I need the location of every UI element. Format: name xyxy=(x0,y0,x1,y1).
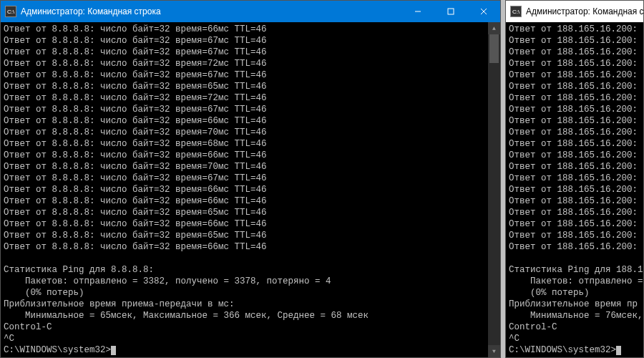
minimize-icon xyxy=(414,8,421,15)
ping-reply-line: Ответ от 8.8.8.8: число байт=32 время=70… xyxy=(4,161,485,173)
blank-line xyxy=(509,253,640,264)
ping-reply-line: Ответ от 188.165.16.200: xyxy=(509,81,640,92)
ping-reply-line: Ответ от 188.165.16.200: xyxy=(509,104,640,115)
stats-header: Статистика Ping для 8.8.8.8: xyxy=(4,264,485,276)
ping-reply-line: Ответ от 188.165.16.200: xyxy=(509,173,640,184)
prompt[interactable]: C:\WINDOWS\system32> xyxy=(4,344,485,356)
ping-reply-line: Ответ от 188.165.16.200: xyxy=(509,35,640,47)
ping-reply-line: Ответ от 8.8.8.8: число байт=32 время=65… xyxy=(4,230,485,241)
blank-line xyxy=(4,253,485,264)
cmd-window-left: C:\ Администратор: Командная строка Отве… xyxy=(0,0,501,358)
stats-rtt: Минимальное = 76мсек, xyxy=(509,310,640,321)
ping-reply-line: Ответ от 8.8.8.8: число байт=32 время=66… xyxy=(4,24,485,35)
stats-rtt-header: Приблизительное время приема-передачи в … xyxy=(4,299,485,310)
ping-reply-line: Ответ от 8.8.8.8: число байт=32 время=66… xyxy=(4,218,485,230)
scrollbar[interactable]: ▲ ▼ xyxy=(488,22,500,357)
ping-reply-line: Ответ от 188.165.16.200: xyxy=(509,127,640,138)
ping-reply-line: Ответ от 8.8.8.8: число байт=32 время=66… xyxy=(4,184,485,195)
ping-reply-line: Ответ от 8.8.8.8: число байт=32 время=67… xyxy=(4,47,485,58)
ping-reply-line: Ответ от 188.165.16.200: xyxy=(509,58,640,69)
caret-c: ^C xyxy=(509,333,640,344)
stats-packets: Пакетов: отправлено = 3382, получено = 3… xyxy=(4,276,485,287)
cmd-icon: C:\ xyxy=(5,6,16,17)
svg-rect-1 xyxy=(448,9,454,14)
terminal-area-right: Ответ от 188.165.16.200:Ответ от 188.165… xyxy=(506,22,643,357)
close-icon xyxy=(480,8,487,15)
minimize-button[interactable] xyxy=(401,1,434,22)
prompt[interactable]: C:\WINDOWS\system32> xyxy=(509,344,640,356)
terminal-area-left: Ответ от 8.8.8.8: число байт=32 время=66… xyxy=(1,22,500,357)
stats-packets: Пакетов: отправлено = xyxy=(509,276,640,287)
maximize-button[interactable] xyxy=(434,1,467,22)
control-c: Control-C xyxy=(509,321,640,333)
cmd-window-right: C:\ Администратор: Командная ст Ответ от… xyxy=(505,0,644,358)
ping-reply-line: Ответ от 188.165.16.200: xyxy=(509,115,640,127)
caret-c: ^C xyxy=(4,333,485,344)
ping-reply-line: Ответ от 8.8.8.8: число байт=32 время=66… xyxy=(4,115,485,127)
cursor xyxy=(616,346,621,355)
ping-reply-line: Ответ от 188.165.16.200: xyxy=(509,150,640,161)
ping-reply-line: Ответ от 8.8.8.8: число байт=32 время=70… xyxy=(4,127,485,138)
scroll-thumb[interactable] xyxy=(489,34,499,63)
ping-reply-line: Ответ от 188.165.16.200: xyxy=(509,92,640,104)
ping-reply-line: Ответ от 188.165.16.200: xyxy=(509,230,640,241)
ping-reply-line: Ответ от 8.8.8.8: число байт=32 время=65… xyxy=(4,81,485,92)
stats-rtt-header: Приблизительное время пр xyxy=(509,299,640,310)
titlebar-left[interactable]: C:\ Администратор: Командная строка xyxy=(1,1,500,22)
ping-reply-line: Ответ от 8.8.8.8: число байт=32 время=66… xyxy=(4,241,485,253)
maximize-icon xyxy=(447,8,454,15)
ping-reply-line: Ответ от 8.8.8.8: число байт=32 время=67… xyxy=(4,173,485,184)
ping-reply-line: Ответ от 8.8.8.8: число байт=32 время=68… xyxy=(4,138,485,150)
scroll-down-button[interactable]: ▼ xyxy=(488,345,500,357)
ping-reply-line: Ответ от 8.8.8.8: число байт=32 время=65… xyxy=(4,207,485,218)
close-button[interactable] xyxy=(467,1,500,22)
control-c: Control-C xyxy=(4,321,485,333)
stats-header: Статистика Ping для 188.1 xyxy=(509,264,640,276)
window-title: Администратор: Командная ст xyxy=(526,6,643,16)
ping-reply-line: Ответ от 188.165.16.200: xyxy=(509,207,640,218)
ping-reply-line: Ответ от 8.8.8.8: число байт=32 время=67… xyxy=(4,69,485,81)
ping-reply-line: Ответ от 188.165.16.200: xyxy=(509,241,640,253)
window-controls xyxy=(401,1,500,22)
ping-reply-line: Ответ от 188.165.16.200: xyxy=(509,138,640,150)
cmd-icon: C:\ xyxy=(510,6,522,17)
ping-reply-line: Ответ от 188.165.16.200: xyxy=(509,195,640,207)
titlebar-right[interactable]: C:\ Администратор: Командная ст xyxy=(506,1,643,22)
stats-rtt: Минимальное = 65мсек, Максимальное = 366… xyxy=(4,310,485,321)
ping-reply-line: Ответ от 8.8.8.8: число байт=32 время=72… xyxy=(4,58,485,69)
ping-reply-line: Ответ от 8.8.8.8: число байт=32 время=72… xyxy=(4,92,485,104)
scroll-up-button[interactable]: ▲ xyxy=(488,22,500,34)
ping-reply-line: Ответ от 188.165.16.200: xyxy=(509,47,640,58)
ping-reply-line: Ответ от 188.165.16.200: xyxy=(509,69,640,81)
cursor xyxy=(111,346,116,355)
terminal-output[interactable]: Ответ от 188.165.16.200:Ответ от 188.165… xyxy=(506,22,643,357)
terminal-output[interactable]: Ответ от 8.8.8.8: число байт=32 время=66… xyxy=(1,22,488,357)
ping-reply-line: Ответ от 8.8.8.8: число байт=32 время=67… xyxy=(4,35,485,47)
window-title: Администратор: Командная строка xyxy=(21,6,401,16)
ping-reply-line: Ответ от 188.165.16.200: xyxy=(509,184,640,195)
ping-reply-line: Ответ от 188.165.16.200: xyxy=(509,24,640,35)
ping-reply-line: Ответ от 8.8.8.8: число байт=32 время=66… xyxy=(4,195,485,207)
ping-reply-line: Ответ от 188.165.16.200: xyxy=(509,218,640,230)
scroll-track[interactable] xyxy=(488,34,500,345)
stats-loss: (0% потерь) xyxy=(4,287,485,299)
stats-loss: (0% потерь) xyxy=(509,287,640,299)
ping-reply-line: Ответ от 8.8.8.8: число байт=32 время=66… xyxy=(4,150,485,161)
ping-reply-line: Ответ от 188.165.16.200: xyxy=(509,161,640,173)
ping-reply-line: Ответ от 8.8.8.8: число байт=32 время=67… xyxy=(4,104,485,115)
